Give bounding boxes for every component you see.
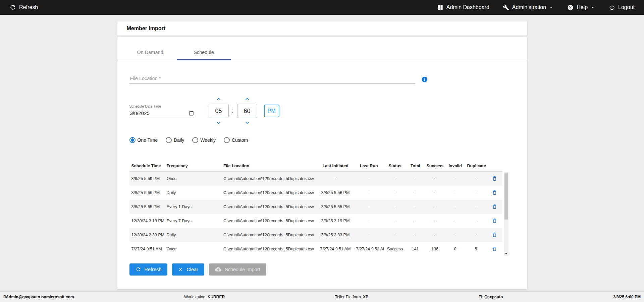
column-header-schedule-time: Schedule Time	[129, 161, 165, 172]
workstation-value: KURRER	[208, 295, 225, 299]
radio-label: Custom	[232, 137, 248, 143]
calendar-button[interactable]	[189, 111, 194, 116]
table-cell: -	[424, 214, 445, 228]
table-cell: C:\email\Automation\120records_5Dupicate…	[221, 214, 317, 228]
radio-circle-icon	[224, 137, 230, 143]
page-background: Member Import On Demand Schedule Schedul…	[0, 15, 644, 291]
table-cell: 7/27/24 9:51 AM	[129, 242, 165, 256]
table-cell: 141	[406, 242, 424, 256]
table-cell: Daily	[164, 186, 221, 200]
table-cell: -	[424, 172, 445, 186]
tab-schedule[interactable]: Schedule	[177, 45, 231, 60]
table-cell: -	[384, 186, 406, 200]
schedule-date-field: Schedule Date Time	[129, 104, 194, 118]
schedule-import-button[interactable]: Schedule Import	[209, 263, 266, 276]
footer-teller-platform: Teller Platform: XP	[335, 295, 368, 299]
help-icon	[567, 4, 574, 11]
member-import-card: On Demand Schedule Schedule Date Time	[117, 37, 527, 289]
table-cell: Once	[164, 242, 221, 256]
table-cell-actions	[487, 228, 502, 242]
table-row: 12/30/24 3:19 PMEvery 7 DaysC:\email\Aut…	[129, 214, 502, 228]
trash-icon	[492, 204, 497, 209]
radio-label: One Time	[138, 137, 158, 143]
info-icon	[421, 76, 428, 83]
chevron-down-icon	[590, 5, 595, 10]
table-scrollbar[interactable]	[504, 172, 508, 256]
table-cell: 0	[445, 242, 465, 256]
fi-label: FI:	[479, 295, 483, 299]
chevron-up-icon	[243, 96, 251, 102]
fi-value: Qaxpauto	[484, 295, 503, 299]
clear-button[interactable]: Clear	[172, 263, 204, 276]
table-cell-actions	[487, 186, 502, 200]
refresh-menu-button[interactable]: Refresh	[9, 4, 38, 11]
table-cell-actions	[487, 242, 502, 256]
table-cell: -	[354, 214, 384, 228]
minute-down-button[interactable]	[243, 120, 251, 126]
radio-one-time[interactable]: One Time	[129, 137, 158, 143]
scroll-down-button[interactable]	[504, 251, 508, 256]
table-cell-actions	[487, 214, 502, 228]
chevron-down-icon	[215, 120, 223, 126]
delete-row-button[interactable]	[491, 203, 498, 210]
table-cell: 12/30/24 2:33 PM	[129, 228, 165, 242]
refresh-button[interactable]: Refresh	[129, 263, 168, 276]
table-cell: C:\email\Automation\120records_5Dupicate…	[221, 242, 317, 256]
delete-row-button[interactable]	[491, 245, 498, 252]
table-row: 7/27/24 9:51 AMOnceC:\email\Automation\1…	[129, 242, 502, 256]
radio-circle-icon	[166, 137, 172, 143]
workstation-label: Workstation:	[184, 295, 206, 299]
column-header-duplicate: Duplicate	[465, 161, 487, 172]
minute-input[interactable]: 60	[237, 104, 257, 118]
table-cell: 3/9/25 5:59 PM	[129, 172, 165, 186]
file-location-input[interactable]	[129, 74, 415, 83]
schedule-table-container: Schedule TimeFrequencyFile LocationLast …	[129, 161, 508, 256]
delete-row-button[interactable]	[491, 231, 498, 238]
table-row: 3/8/25 5:55 PMEvery 1 DaysC:\email\Autom…	[129, 200, 502, 214]
footer-user: fiAdmin@qaxpauto.onmicrosoft.com	[3, 295, 74, 299]
minute-up-button[interactable]	[243, 96, 251, 102]
delete-row-button[interactable]	[491, 175, 498, 182]
tab-bar: On Demand Schedule	[117, 37, 527, 60]
table-cell: -	[406, 228, 424, 242]
table-cell: -	[406, 214, 424, 228]
table-cell: Every 7 Days	[164, 214, 221, 228]
info-button[interactable]	[421, 76, 428, 83]
administration-menu[interactable]: Administration	[503, 4, 554, 11]
table-cell: 3/8/25 5:56 PM	[129, 186, 165, 200]
chevron-down-icon	[548, 5, 554, 10]
table-cell: C:\email\Automation\120records_5Dupicate…	[221, 200, 317, 214]
tab-on-demand[interactable]: On Demand	[123, 45, 177, 60]
table-cell: -	[465, 186, 487, 200]
time-separator: :	[232, 108, 234, 115]
footer-fi: FI: Qaxpauto	[479, 295, 503, 299]
table-cell: 7/27/24 9:52 AM	[354, 242, 384, 256]
table-cell: -	[465, 228, 487, 242]
calendar-icon	[189, 111, 194, 116]
hour-down-button[interactable]	[215, 120, 223, 126]
meridiem-toggle[interactable]: PM	[264, 105, 279, 117]
hour-input[interactable]: 05	[209, 104, 229, 118]
radio-custom[interactable]: Custom	[224, 137, 248, 143]
delete-row-button[interactable]	[491, 217, 498, 224]
logout-label: Logout	[618, 4, 635, 10]
table-cell: Daily	[164, 228, 221, 242]
help-menu[interactable]: Help	[567, 4, 595, 11]
footer-datetime: 3/8/25 6:00 PM	[613, 295, 641, 299]
column-header-actions	[487, 161, 502, 172]
hour-up-button[interactable]	[215, 96, 223, 102]
table-cell: -	[406, 172, 424, 186]
radio-daily[interactable]: Daily	[166, 137, 184, 143]
schedule-date-input[interactable]	[129, 110, 189, 116]
table-cell: -	[424, 186, 445, 200]
time-picker: 05 : 60	[209, 96, 279, 126]
table-cell: -	[445, 172, 465, 186]
logout-button[interactable]: Logout	[609, 4, 635, 11]
radio-weekly[interactable]: Weekly	[192, 137, 216, 143]
refresh-icon	[136, 266, 141, 272]
admin-dashboard-button[interactable]: Admin Dashboard	[437, 4, 489, 11]
radio-label: Weekly	[200, 137, 216, 143]
scrollbar-thumb[interactable]	[504, 173, 508, 220]
teller-platform-value: XP	[363, 295, 368, 299]
delete-row-button[interactable]	[491, 189, 498, 196]
